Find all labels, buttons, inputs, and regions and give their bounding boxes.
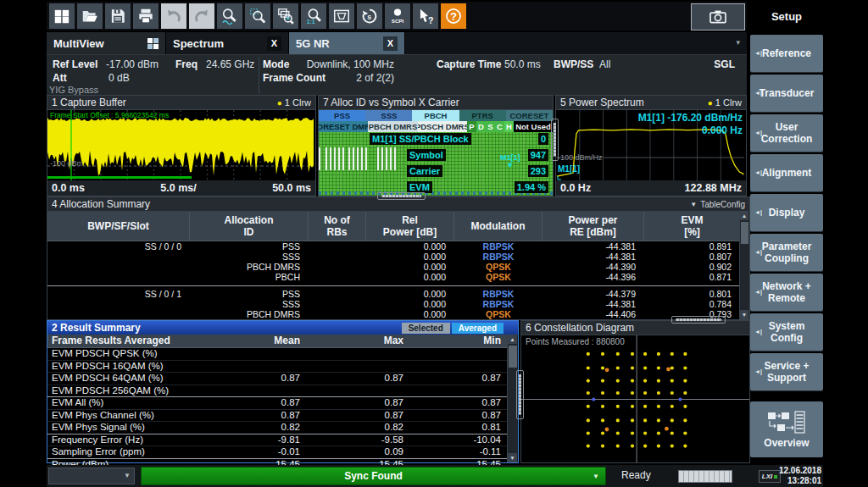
power-spectrum-plot[interactable]: M1[1] -176.20 dBm/Hz 0.000 Hz -100 dBm/H… <box>556 110 746 180</box>
cell-rel-power: 0.000 <box>366 289 454 299</box>
tab-5gnr-close-icon[interactable]: X <box>383 36 398 51</box>
overview-label: Overview <box>764 437 809 449</box>
redo-icon <box>192 7 211 25</box>
svg-text:?: ? <box>450 10 457 23</box>
marker-info-label[interactable]: M1[1] SS/PBCH Block <box>370 133 471 145</box>
splitter-grip-horizontal[interactable] <box>377 192 426 200</box>
save-button[interactable] <box>105 3 131 29</box>
softkey-alignment[interactable]: ◄|Alignment <box>750 154 823 191</box>
cell-min: 0.87 <box>410 410 508 422</box>
softkey-display[interactable]: ◄|Display <box>750 194 823 231</box>
softkey-system-config[interactable]: ◄|System Config <box>750 313 823 351</box>
help-button[interactable]: ? <box>441 3 466 29</box>
tab-selected[interactable]: Selected <box>402 323 450 334</box>
softkey-transducer[interactable]: ◄|Transducer <box>750 75 823 112</box>
open-button[interactable] <box>77 3 103 29</box>
cell-power-re: -44.381 <box>542 252 644 262</box>
table-config-button[interactable]: ▼TableConfig <box>690 200 745 209</box>
capture-buffer-window: 1 Capture Buffer ●1 Clrw Frame Start Off… <box>47 95 316 196</box>
cell-label: EVM PDSCH 16QAM (%) <box>47 361 214 373</box>
result-summary-titlebar[interactable]: 2 Result Summary Selected Averaged <box>47 321 518 335</box>
status-dropdown[interactable]: ▼ <box>48 468 135 484</box>
tab-spectrum-close-icon[interactable]: X <box>267 36 281 51</box>
zoom-trace-icon <box>220 7 239 25</box>
alloc-map-titlebar[interactable]: 7 Alloc ID vs Symbol X Carrier <box>319 96 553 110</box>
sync-state-bar[interactable]: Sync Found ▼ <box>141 467 606 485</box>
softkey-user-correction[interactable]: ◄|User Correction <box>750 114 823 152</box>
cell-label: EVM All (%) <box>47 397 214 409</box>
splitter-grip-horizontal[interactable] <box>671 316 726 324</box>
scroll-up-icon[interactable]: ▲ <box>740 211 748 220</box>
freq-value[interactable]: 24.65 GHz <box>206 58 254 70</box>
tab-spectrum[interactable]: Spectrum X <box>166 32 289 54</box>
scroll-down-icon[interactable]: ▼ <box>740 310 748 319</box>
softkey-expand-icon: ◄| <box>754 326 762 338</box>
sequencer-button[interactable]: s <box>357 3 382 29</box>
cell-alloc-id: PSS <box>190 289 309 299</box>
tab-overflow-chevron-icon[interactable]: ▾ <box>736 38 740 47</box>
constellation-points <box>521 335 749 462</box>
context-help-button[interactable]: ? <box>413 3 438 29</box>
marker-info-row: EVM1.94 % <box>319 181 553 194</box>
splitter-grip-vertical[interactable] <box>516 370 524 419</box>
capture-buffer-titlebar[interactable]: 1 Capture Buffer ●1 Clrw <box>47 96 315 110</box>
marker-info-label[interactable]: Symbol <box>407 149 446 161</box>
cell-slot <box>47 299 190 309</box>
softkey-parameter-coupling[interactable]: ◄|Parameter Coupling <box>750 234 823 271</box>
mode-value[interactable]: Downlink, 100 MHz <box>280 58 394 70</box>
power-spectrum-titlebar[interactable]: 5 Power Spectrum ●1 Clrw <box>556 96 746 110</box>
softkey-service-support[interactable]: ◄|Service + Support <box>750 353 823 390</box>
instrument-screen: 1:1sSCPI?? MultiView Spectrum X 5G NR X … <box>0 0 868 487</box>
zoom-area-button[interactable] <box>245 3 270 29</box>
capture-time-value[interactable]: 50.0 ms <box>504 58 541 70</box>
constellation-plot[interactable]: Points Measured : 880800 <box>521 335 749 462</box>
fit-window-button[interactable] <box>329 3 354 29</box>
redo-button[interactable] <box>189 3 214 29</box>
settings-divider <box>259 57 259 94</box>
overview-button[interactable]: Overview <box>750 401 823 457</box>
bwp-ss-value[interactable]: All <box>599 58 610 70</box>
tab-5gnr[interactable]: 5G NR X <box>289 32 405 54</box>
print-button[interactable] <box>133 3 159 29</box>
ref-level-value[interactable]: -17.00 dBm <box>106 58 159 70</box>
marker-info-label[interactable]: Carrier <box>407 165 442 177</box>
frame-count-value[interactable]: 2 of 2(2) <box>280 72 394 84</box>
trace-color-icon: ● <box>708 98 713 108</box>
scrollbar-thumb[interactable] <box>509 346 517 368</box>
undo-button[interactable] <box>161 3 186 29</box>
spectrum-x-axis: 0.0 Hz 122.88 MHz <box>556 180 746 196</box>
marker-info-label[interactable]: EVM <box>407 181 432 193</box>
cell-label: EVM Phys Signal (%) <box>47 422 214 434</box>
cell-mean: -0.01 <box>214 446 307 458</box>
scroll-down-icon[interactable]: ▼ <box>508 453 517 462</box>
zoom-trace-button[interactable] <box>217 3 242 29</box>
allocation-summary-col-header: Power perRE [dBm] <box>542 212 644 241</box>
cell-slot <box>47 252 190 262</box>
multi-zoom-button[interactable] <box>273 3 298 29</box>
cell-rel-power: 0.000 <box>366 272 454 282</box>
capture-buffer-plot[interactable]: Frame Start Offset : 5.966023542 ms -100… <box>47 110 315 180</box>
zoom-area-icon <box>248 7 267 25</box>
screenshot-camera-button[interactable] <box>691 3 745 30</box>
cell-modulation: RBPSK <box>454 252 542 262</box>
softkey-label: Service + Support <box>764 360 809 384</box>
alloc-resource-grid[interactable]: M1[1]▼ M1[1] SS/PBCH Block0Symbol947Carr… <box>319 132 553 196</box>
cell-power-re: -44.390 <box>542 262 644 272</box>
splitter-grip-vertical[interactable] <box>551 119 559 161</box>
trace-badge: ●1 Clrw <box>277 97 311 108</box>
scrollbar-thumb[interactable] <box>741 222 748 244</box>
cell-alloc-id: PBCH DMRS <box>190 309 309 319</box>
softkey-reference[interactable]: ◄|Reference <box>750 35 823 72</box>
softkey-network-remote[interactable]: ◄|Network + Remote <box>750 274 823 311</box>
att-value[interactable]: 0 dB <box>108 72 130 84</box>
scpi-recorder-button[interactable]: SCPI <box>385 3 410 29</box>
marker-m1-label[interactable]: M1[1] <box>558 164 580 174</box>
tab-multiview[interactable]: MultiView <box>47 32 166 54</box>
allocation-summary-scrollbar[interactable]: ▲ ▼ <box>739 211 749 319</box>
tab-averaged[interactable]: Averaged <box>452 323 504 334</box>
scroll-up-icon[interactable]: ▲ <box>508 335 517 344</box>
tab-spectrum-label: Spectrum <box>173 37 224 50</box>
windows-button[interactable] <box>49 3 75 29</box>
zoom-1-1-button[interactable]: 1:1 <box>301 3 326 29</box>
table-row: EVM PDSCH QPSK (%) <box>47 348 508 361</box>
